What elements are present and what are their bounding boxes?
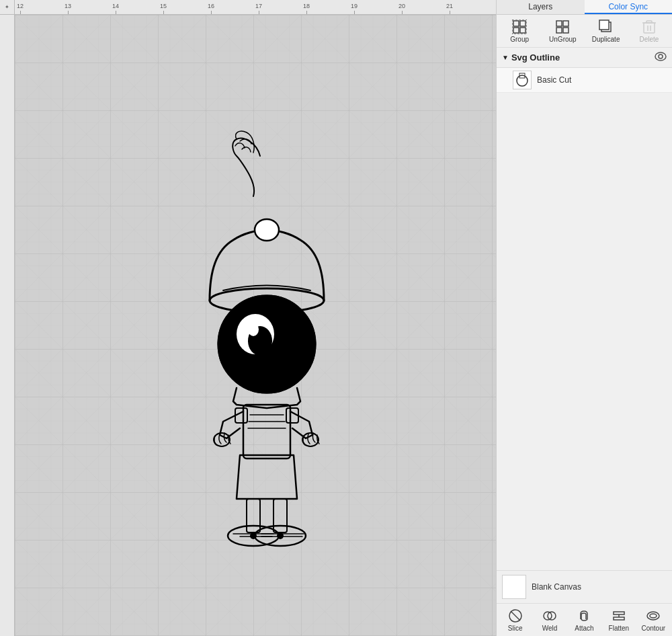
svg-rect-42 bbox=[644, 23, 655, 33]
slice-icon bbox=[507, 608, 523, 624]
attach-icon bbox=[576, 608, 592, 624]
duplicate-icon bbox=[598, 19, 614, 35]
top-toolbar: Group UnGroup Duplicate Delete bbox=[497, 15, 672, 48]
delete-icon bbox=[641, 19, 657, 35]
group-icon bbox=[511, 19, 528, 35]
contour-icon bbox=[645, 608, 661, 624]
slice-label: Slice bbox=[508, 625, 523, 632]
ruler-corner: ✦ bbox=[0, 0, 15, 15]
visibility-icon[interactable] bbox=[655, 52, 667, 63]
svg-point-25 bbox=[277, 532, 284, 539]
ruler-top: 12 13 14 15 16 17 18 19 20 21 bbox=[15, 0, 496, 15]
weld-icon bbox=[542, 608, 558, 624]
duplicate-label: Duplicate bbox=[592, 36, 620, 43]
blank-canvas-thumbnail bbox=[502, 575, 526, 599]
svg-rect-34 bbox=[520, 28, 526, 33]
bottom-toolbar: Slice Weld Attach Flatten Contour bbox=[497, 603, 672, 636]
svg-point-59 bbox=[647, 612, 659, 620]
flatten-button[interactable]: Flatten bbox=[602, 606, 636, 633]
tab-layers[interactable]: Layers bbox=[497, 0, 585, 14]
svg-rect-32 bbox=[520, 21, 526, 26]
weld-button[interactable]: Weld bbox=[533, 606, 566, 633]
delete-button[interactable]: Delete bbox=[632, 17, 666, 44]
contour-label: Contour bbox=[641, 625, 665, 632]
grid-canvas[interactable] bbox=[15, 15, 496, 636]
svg-point-49 bbox=[517, 75, 528, 86]
svg-rect-41 bbox=[599, 20, 609, 30]
panel-spacer bbox=[497, 309, 672, 571]
svg-rect-31 bbox=[513, 21, 519, 26]
svg-point-47 bbox=[655, 52, 666, 61]
layer-thumbnail bbox=[513, 71, 532, 89]
ruler-left bbox=[0, 15, 15, 636]
layer-section: ▼ Svg Outline Basic Cut bbox=[497, 48, 672, 309]
svg-rect-38 bbox=[556, 28, 562, 33]
expand-arrow-icon: ▼ bbox=[502, 54, 509, 61]
layer-item-basic-cut[interactable]: Basic Cut bbox=[497, 68, 672, 93]
svg-rect-33 bbox=[513, 28, 519, 33]
svg-rect-37 bbox=[563, 21, 569, 26]
svg-rect-57 bbox=[614, 617, 624, 620]
ungroup-icon bbox=[554, 19, 571, 35]
svg-rect-35 bbox=[512, 19, 527, 34]
flatten-label: Flatten bbox=[609, 625, 630, 632]
slice-button[interactable]: Slice bbox=[499, 606, 532, 633]
flatten-icon bbox=[611, 608, 627, 624]
svg-rect-39 bbox=[563, 28, 569, 33]
contour-button[interactable]: Contour bbox=[636, 606, 670, 633]
svg-point-7 bbox=[255, 219, 279, 241]
delete-label: Delete bbox=[639, 36, 659, 43]
svg-rect-44 bbox=[646, 21, 652, 23]
group-button[interactable]: Group bbox=[503, 17, 536, 44]
layer-item-name: Basic Cut bbox=[537, 75, 571, 85]
svg-point-11 bbox=[248, 323, 259, 336]
canvas-area: ✦ 12 13 14 15 16 17 18 19 20 21 bbox=[0, 0, 496, 636]
layer-group-header[interactable]: ▼ Svg Outline bbox=[497, 48, 672, 68]
blank-canvas-area: Blank Canvas bbox=[497, 570, 672, 603]
attach-button[interactable]: Attach bbox=[567, 606, 601, 633]
svg-point-24 bbox=[250, 532, 257, 539]
ungroup-button[interactable]: UnGroup bbox=[546, 17, 579, 44]
ungroup-label: UnGroup bbox=[549, 36, 577, 43]
svg-point-60 bbox=[650, 614, 657, 618]
tab-color-sync[interactable]: Color Sync bbox=[585, 0, 673, 14]
attach-label: Attach bbox=[575, 625, 593, 632]
svg-point-48 bbox=[659, 54, 663, 58]
duplicate-button[interactable]: Duplicate bbox=[589, 17, 623, 44]
svg-line-53 bbox=[511, 611, 520, 621]
group-label: Group bbox=[510, 36, 529, 43]
weld-label: Weld bbox=[542, 625, 558, 632]
svg-rect-36 bbox=[556, 21, 562, 26]
layer-group-name: Svg Outline bbox=[511, 52, 560, 63]
panel-tabs: Layers Color Sync bbox=[497, 0, 672, 15]
right-panel: Layers Color Sync Group UnGroup Duplicat… bbox=[496, 0, 672, 636]
svg-rect-56 bbox=[614, 612, 624, 614]
blank-canvas-label: Blank Canvas bbox=[532, 582, 581, 592]
